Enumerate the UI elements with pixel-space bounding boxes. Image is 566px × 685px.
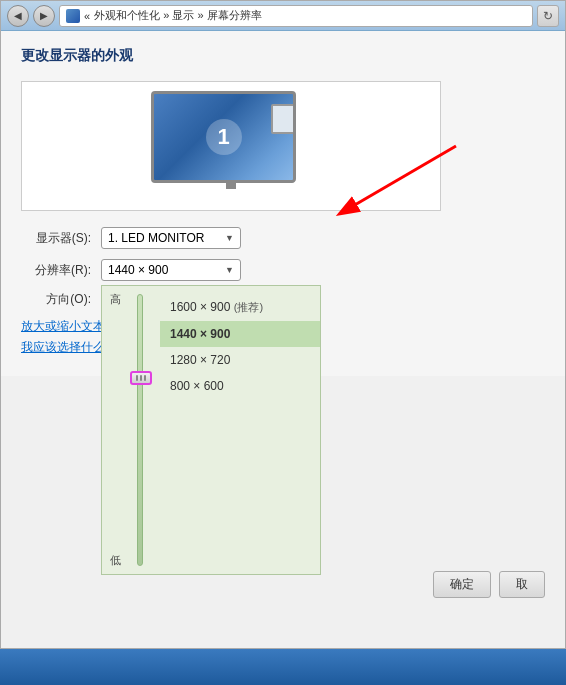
slider-thumb-lines (136, 375, 146, 381)
resolution-row: 分辨率(R): 1440 × 900 ▼ 高 低 (21, 259, 545, 281)
monitor-stand (226, 183, 236, 189)
resolution-menu: 高 低 (101, 285, 321, 575)
slider-thumb[interactable] (130, 371, 152, 385)
display-value: 1. LED MONITOR (108, 231, 219, 245)
cancel-button[interactable]: 取 (499, 571, 545, 598)
slider-top-label: 高 (110, 292, 121, 307)
resolution-1280-text: 1280 × 720 (170, 353, 230, 367)
display-dropdown[interactable]: 1. LED MONITOR ▼ (101, 227, 241, 249)
resolution-list: 1600 × 900 (推荐) 1440 × 900 1280 × 720 80… (150, 290, 320, 570)
resolution-item-1600[interactable]: 1600 × 900 (推荐) (160, 294, 320, 321)
resolution-dropdown-arrow: ▼ (225, 265, 234, 275)
slider-labels: 高 低 (102, 290, 130, 570)
confirm-button[interactable]: 确定 (433, 571, 491, 598)
slider-bottom-label: 低 (110, 553, 121, 568)
display-dropdown-arrow: ▼ (225, 233, 234, 243)
bottom-buttons: 确定 取 (433, 571, 545, 598)
monitor-screen: 1 (151, 91, 296, 183)
slider-track (137, 294, 143, 566)
taskbar (0, 649, 566, 685)
main-window: ◀ ▶ « 外观和个性化 » 显示 » 屏幕分辨率 ↻ 更改显示器的外观 1 (0, 0, 566, 649)
title-nav: ◀ ▶ « 外观和个性化 » 显示 » 屏幕分辨率 ↻ (7, 5, 559, 27)
display-label: 显示器(S): (21, 230, 91, 247)
thumb-line-2 (140, 375, 142, 381)
monitor-preview: 1 (21, 81, 441, 211)
resolution-value: 1440 × 900 (108, 263, 219, 277)
slider-area: 高 低 (102, 290, 320, 570)
content-area: 更改显示器的外观 1 显示器(S): 1. LED MONITOR ▼ 分辨率(… (1, 31, 565, 376)
address-chevron: « (84, 10, 90, 22)
mini-monitor (271, 104, 296, 134)
monitor-number: 1 (206, 119, 242, 155)
address-text: 外观和个性化 » 显示 » 屏幕分辨率 (94, 8, 261, 23)
resolution-1440-text: 1440 × 900 (170, 327, 230, 341)
back-button[interactable]: ◀ (7, 5, 29, 27)
address-bar: « 外观和个性化 » 显示 » 屏幕分辨率 (59, 5, 533, 27)
resolution-item-800[interactable]: 800 × 600 (160, 373, 320, 399)
resolution-800-text: 800 × 600 (170, 379, 224, 393)
monitor-illustration: 1 (151, 91, 311, 201)
resolution-item-1440[interactable]: 1440 × 900 (160, 321, 320, 347)
address-icon (66, 9, 80, 23)
resolution-container: 1440 × 900 ▼ 高 低 (101, 259, 241, 281)
forward-button[interactable]: ▶ (33, 5, 55, 27)
title-bar: ◀ ▶ « 外观和个性化 » 显示 » 屏幕分辨率 ↻ (1, 1, 565, 31)
thumb-line-3 (144, 375, 146, 381)
resolution-1600-text: 1600 × 900 (170, 300, 234, 314)
display-row: 显示器(S): 1. LED MONITOR ▼ (21, 227, 545, 249)
page-title: 更改显示器的外观 (21, 47, 545, 65)
thumb-line-1 (136, 375, 138, 381)
resolution-dropdown[interactable]: 1440 × 900 ▼ (101, 259, 241, 281)
refresh-button[interactable]: ↻ (537, 5, 559, 27)
resolution-label: 分辨率(R): (21, 262, 91, 279)
orientation-label: 方向(O): (21, 291, 91, 308)
resolution-1600-recommended: (推荐) (234, 301, 263, 313)
slider-track-container (130, 290, 150, 570)
resolution-item-1280[interactable]: 1280 × 720 (160, 347, 320, 373)
